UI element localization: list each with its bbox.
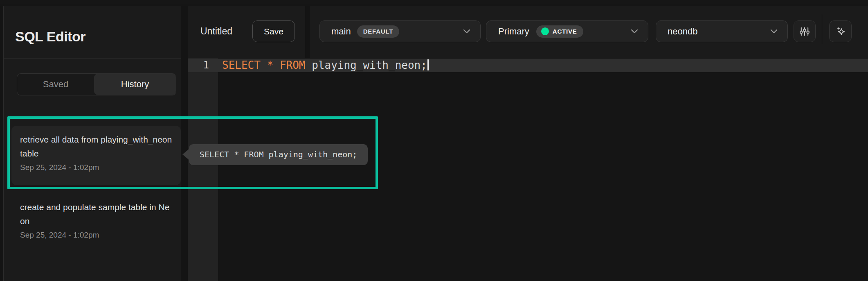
default-badge: DEFAULT xyxy=(357,25,400,38)
sidebar-header-divider xyxy=(4,58,181,59)
history-item-timestamp: Sep 25, 2024 - 1:02pm xyxy=(20,231,172,240)
branch-select-value: main xyxy=(331,26,351,37)
active-code-line: 1 SELECT * FROM playing_with_neon; xyxy=(188,59,868,72)
code-line: SELECT * FROM playing_with_neon; xyxy=(222,59,429,72)
tab-saved[interactable]: Saved xyxy=(17,74,94,95)
query-settings-button[interactable] xyxy=(794,20,816,42)
header-section-divider xyxy=(305,5,310,59)
sidebar: SQL Editor Saved History retrieve all da… xyxy=(3,6,181,281)
window-top-strip xyxy=(0,0,868,5)
tab-history[interactable]: History xyxy=(94,74,176,95)
editor-header: Untitled Save main DEFAULT Primary ACTIV… xyxy=(188,6,868,58)
toolbar-divider xyxy=(822,14,822,44)
sql-keyword: SELECT xyxy=(222,59,261,71)
history-query-tooltip: SELECT * FROM playing_with_neon; xyxy=(189,144,368,165)
sql-code-editor[interactable]: 1 SELECT * FROM playing_with_neon; xyxy=(188,58,868,281)
save-button-label: Save xyxy=(264,27,283,36)
active-badge-label: ACTIVE xyxy=(553,28,577,35)
ai-assist-button[interactable] xyxy=(829,20,852,42)
sliders-icon xyxy=(799,26,810,37)
query-name-label: Untitled xyxy=(200,26,232,37)
chevron-down-icon xyxy=(770,29,778,34)
chevron-down-icon xyxy=(631,29,638,34)
active-status-dot xyxy=(541,27,549,35)
history-item-title: create and populate sample table in Neon xyxy=(20,200,172,228)
line-number: 1 xyxy=(188,59,218,72)
tooltip-arrow xyxy=(182,149,189,160)
tab-history-label: History xyxy=(121,79,149,90)
history-item-timestamp: Sep 25, 2024 - 1:02pm xyxy=(20,163,172,172)
compute-select-value: Primary xyxy=(498,26,529,37)
database-select-value: neondb xyxy=(668,26,697,37)
history-item-title: retrieve all data from playing_with_neon… xyxy=(20,133,172,161)
chevron-down-icon xyxy=(463,29,470,34)
database-select[interactable]: neondb xyxy=(656,20,788,42)
line-number-gutter xyxy=(188,58,218,281)
history-item-retrieve[interactable]: retrieve all data from playing_with_neon… xyxy=(11,126,181,185)
save-button[interactable]: Save xyxy=(252,20,295,42)
sql-keyword: FROM xyxy=(280,59,306,71)
tab-saved-label: Saved xyxy=(43,79,68,90)
active-badge: ACTIVE xyxy=(536,25,583,38)
page-title: SQL Editor xyxy=(15,29,85,45)
branch-select[interactable]: main DEFAULT xyxy=(319,20,481,42)
history-item-create[interactable]: create and populate sample table in Neon… xyxy=(11,193,181,247)
compute-select[interactable]: Primary ACTIVE xyxy=(486,20,648,42)
sql-keyword: * xyxy=(267,59,274,71)
saved-history-tab-group: Saved History xyxy=(17,73,176,95)
sparkles-icon xyxy=(834,25,847,38)
text-cursor xyxy=(427,59,429,70)
